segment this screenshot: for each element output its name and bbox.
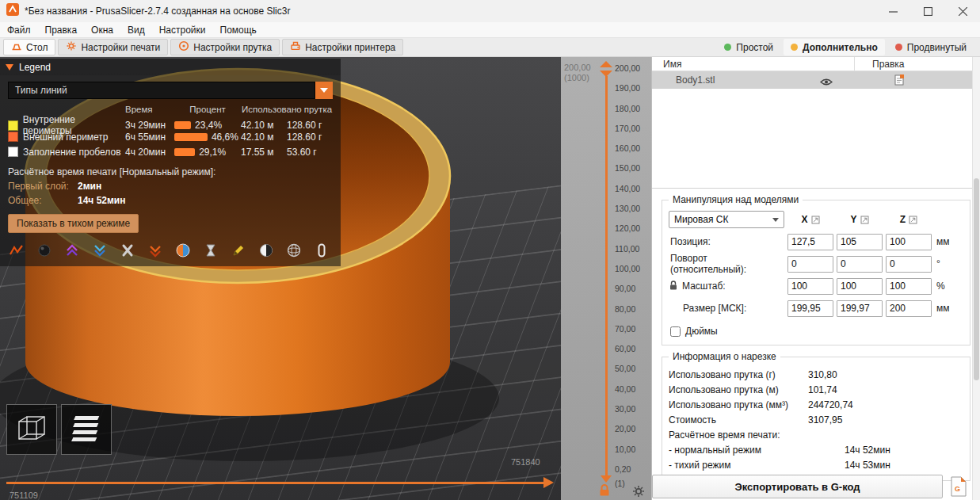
axis-header-y: Y bbox=[837, 214, 883, 225]
menu-edit[interactable]: Правка bbox=[38, 22, 85, 38]
object-name: Body1.stl bbox=[676, 74, 715, 86]
menu-file[interactable]: Файл bbox=[0, 22, 38, 38]
edit-object-icon[interactable] bbox=[894, 74, 905, 89]
position-y-input[interactable] bbox=[837, 234, 883, 250]
col-percent: Процент bbox=[174, 105, 241, 114]
layers-view-thumbnail[interactable] bbox=[61, 404, 112, 455]
legend-collapse-icon[interactable] bbox=[6, 62, 13, 73]
uniform-scale-lock-icon[interactable] bbox=[669, 280, 678, 293]
tool-changes-icon[interactable] bbox=[119, 242, 136, 259]
layer-tick: 50,00 bbox=[615, 365, 640, 373]
rotation-y-input[interactable] bbox=[837, 256, 883, 273]
3d-view-thumbnail[interactable] bbox=[6, 404, 57, 455]
mode-advanced-button[interactable]: Дополнительно bbox=[784, 39, 885, 55]
size-y-input[interactable] bbox=[837, 300, 883, 317]
color-changes-icon[interactable] bbox=[147, 242, 164, 259]
filament-icon bbox=[178, 40, 189, 54]
export-gcode-button[interactable]: Экспортировать в G-код bbox=[652, 475, 943, 498]
bottom-layer-number: (1) bbox=[615, 479, 625, 488]
scale-z-input[interactable] bbox=[886, 278, 932, 295]
expert-mode-dot-icon bbox=[895, 44, 902, 51]
layer-tick: 150,00 bbox=[615, 164, 640, 173]
window-title: *Без названия - PrusaSlicer-2.7.4 создан… bbox=[25, 6, 290, 17]
col-time: Время bbox=[125, 105, 174, 114]
color-prints-icon[interactable] bbox=[174, 242, 192, 259]
minimize-button[interactable] bbox=[875, 0, 910, 22]
layer-tick: 130,00 bbox=[615, 204, 640, 213]
info-row-filament-mm3: Использовано прутка (мм³)244720,74 bbox=[669, 397, 963, 412]
gear-icon[interactable] bbox=[632, 485, 645, 500]
mode-expert-button[interactable]: Продвинутый bbox=[888, 39, 974, 55]
tab-filament-settings[interactable]: Настройки прутка bbox=[170, 39, 280, 55]
wireframe-sphere-icon[interactable] bbox=[285, 242, 303, 259]
layer-slider-track[interactable] bbox=[605, 76, 608, 477]
simple-mode-dot-icon bbox=[724, 44, 731, 51]
hslider-value: 751840 bbox=[511, 457, 540, 467]
feature-percent: 46,6% bbox=[212, 132, 238, 143]
titlebar: *Без названия - PrusaSlicer-2.7.4 создан… bbox=[0, 0, 980, 22]
scale-x-input[interactable] bbox=[787, 278, 833, 295]
close-button[interactable] bbox=[945, 0, 980, 22]
pause-prints-icon[interactable] bbox=[202, 242, 219, 259]
hslider-arrow-icon[interactable] bbox=[543, 477, 554, 488]
view-type-select[interactable]: Типы линий bbox=[8, 82, 315, 99]
size-x-input[interactable] bbox=[787, 300, 833, 317]
feature-label: Внешний периметр bbox=[23, 132, 109, 143]
info-row-stealth-mode: - тихий режим14ч 53мин bbox=[669, 457, 963, 472]
layer-slider-bottom-arrow-icon[interactable] bbox=[601, 475, 612, 483]
feature-meters: 42.10 м bbox=[241, 120, 287, 131]
feature-grams: 53.60 г bbox=[287, 147, 333, 158]
shells-icon[interactable] bbox=[257, 242, 275, 259]
coordinate-system-select[interactable]: Мировая СК bbox=[669, 211, 784, 228]
rotation-x-input[interactable] bbox=[787, 256, 833, 273]
menu-view[interactable]: Вид bbox=[120, 22, 152, 38]
mode-simple-button[interactable]: Простой bbox=[717, 39, 780, 55]
position-z-input[interactable] bbox=[886, 234, 932, 250]
view-type-dropdown-button[interactable] bbox=[315, 82, 333, 99]
horizontal-move-slider[interactable] bbox=[6, 482, 543, 484]
scale-y-input[interactable] bbox=[837, 278, 883, 295]
scrollbar-thumb[interactable] bbox=[974, 178, 979, 380]
feature-meters: 17.55 м bbox=[241, 147, 287, 158]
printer-icon bbox=[290, 40, 301, 54]
3d-viewport[interactable]: Legend Типы линий Время Процент Использо… bbox=[0, 57, 561, 500]
position-x-input[interactable] bbox=[787, 234, 833, 250]
panel-scrollbar[interactable] bbox=[972, 57, 980, 500]
layer-slider-handle[interactable] bbox=[599, 60, 613, 81]
lock-icon[interactable] bbox=[597, 483, 612, 500]
menu-help[interactable]: Помощь bbox=[213, 22, 264, 38]
size-z-input[interactable] bbox=[886, 300, 932, 317]
show-stealth-mode-button[interactable]: Показать в тихом режиме bbox=[8, 214, 139, 233]
seams-icon[interactable] bbox=[36, 242, 53, 259]
legend-toggle-icon[interactable] bbox=[313, 242, 330, 259]
rotation-label: Поворот (относительный): bbox=[669, 253, 784, 275]
export-gcode-file-icon[interactable]: G bbox=[947, 475, 970, 498]
rotation-z-input[interactable] bbox=[886, 256, 932, 273]
menubar: Файл Правка Окна Вид Настройки Помощь bbox=[0, 22, 980, 38]
layer-tick: 90,00 bbox=[615, 284, 640, 293]
tab-printer-settings[interactable]: Настройки принтера bbox=[282, 39, 403, 55]
maximize-button[interactable] bbox=[910, 0, 945, 22]
legend-titlebar[interactable]: Legend bbox=[0, 59, 341, 75]
deretractions-icon[interactable] bbox=[91, 242, 109, 259]
menu-window[interactable]: Окна bbox=[84, 22, 120, 38]
legend-row-gap-fill: Заполнение пробелов 4ч 20мин 29,1% 17.55… bbox=[8, 144, 333, 159]
tab-plater[interactable]: Стол bbox=[3, 39, 55, 55]
tab-print-settings[interactable]: Настройки печати bbox=[58, 39, 168, 55]
custom-gcode-icon[interactable] bbox=[230, 242, 247, 259]
tab-label: Настройки печати bbox=[81, 42, 160, 53]
eye-icon[interactable] bbox=[820, 75, 833, 90]
inches-label: Дюймы bbox=[685, 326, 718, 337]
feature-time: 3ч 29мин bbox=[125, 120, 174, 131]
retractions-icon[interactable] bbox=[63, 242, 81, 259]
legend-body: Типы линий Время Процент Использовано пр… bbox=[0, 75, 341, 266]
object-row[interactable]: Body1.stl bbox=[652, 71, 980, 89]
inches-checkbox[interactable] bbox=[670, 326, 681, 337]
mode-switcher: Простой Дополнительно Продвинутый bbox=[717, 39, 980, 55]
layer-tick: 180,00 bbox=[615, 105, 640, 113]
menu-configuration[interactable]: Настройки bbox=[152, 22, 213, 38]
travels-icon[interactable] bbox=[8, 242, 25, 259]
mode-label: Простой bbox=[736, 42, 773, 53]
feature-percent: 29,1% bbox=[199, 147, 226, 158]
current-layer-number: (1000) bbox=[564, 73, 591, 83]
